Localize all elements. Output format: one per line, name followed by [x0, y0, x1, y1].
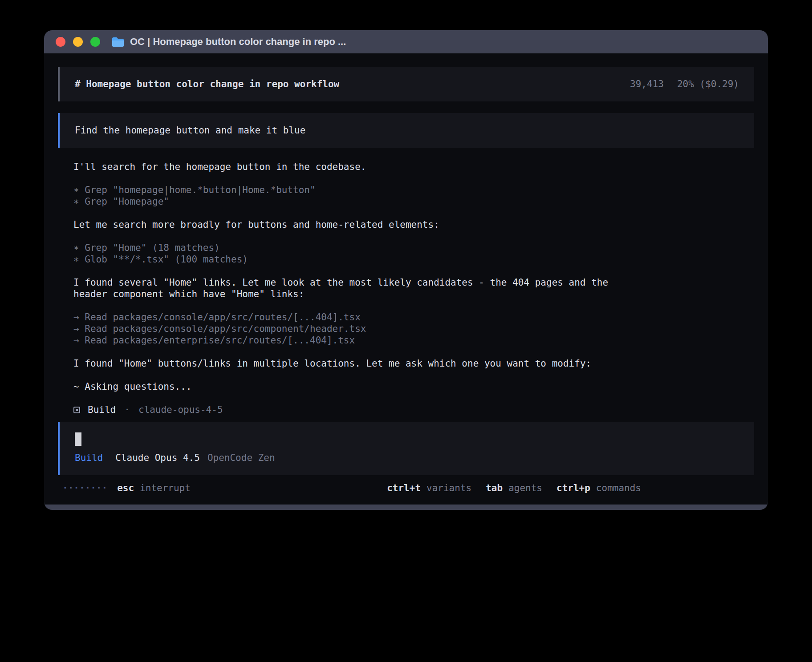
close-button[interactable]	[56, 37, 65, 47]
assistant-text: Let me search more broadly for buttons a…	[73, 219, 641, 230]
agent-build-icon	[73, 407, 80, 413]
shortcut-label: variants	[426, 482, 471, 494]
assistant-text: I found several "Home" links. Let me loo…	[73, 277, 641, 300]
agent-separator: ·	[124, 404, 130, 416]
model-name[interactable]: Claude Opus 4.5	[115, 452, 200, 464]
agent-mode-label[interactable]: Build	[75, 452, 103, 464]
session-stats: 39,413 20% ($0.29)	[630, 78, 739, 90]
session-header: # Homepage button color change in repo w…	[58, 67, 754, 101]
token-count: 39,413	[630, 78, 664, 90]
assistant-text: I'll search for the homepage button in t…	[73, 161, 641, 173]
user-message: Find the homepage button and make it blu…	[58, 113, 754, 148]
agent-attribution: Build · claude-opus-4-5	[73, 404, 754, 416]
tool-call-read: → Read packages/console/app/src/routes/[…	[73, 311, 641, 323]
minimize-button[interactable]	[73, 37, 83, 47]
tool-call-grep: ∗ Grep "homepage|home.*button|Home.*butt…	[73, 184, 641, 196]
session-title: # Homepage button color change in repo w…	[75, 78, 339, 90]
terminal-content: # Homepage button color change in repo w…	[44, 53, 768, 505]
agent-model: claude-opus-4-5	[138, 404, 223, 416]
zoom-button[interactable]	[90, 37, 100, 47]
context-cost: 20% ($0.29)	[677, 78, 739, 90]
tool-call-glob: ∗ Glob "**/*.tsx" (100 matches)	[73, 254, 641, 265]
user-message-text: Find the homepage button and make it blu…	[75, 125, 305, 136]
assistant-transcript[interactable]: I'll search for the homepage button in t…	[58, 161, 754, 416]
traffic-lights	[51, 37, 100, 47]
terminal-window: OC | Homepage button color change in rep…	[44, 30, 768, 510]
text-cursor	[75, 432, 81, 446]
assistant-status: ~ Asking questions...	[73, 381, 641, 392]
agent-name: Build	[88, 404, 116, 416]
status-bar-left: ········ esc interrupt	[62, 482, 191, 494]
window-titlebar[interactable]: OC | Homepage button color change in rep…	[44, 30, 768, 53]
status-bar: ········ esc interrupt ctrl+t variants t…	[58, 482, 754, 494]
tool-call-read: → Read packages/enterprise/src/routes/[.…	[73, 335, 641, 346]
shortcut-key: tab	[486, 482, 503, 494]
tool-call-grep: ∗ Grep "Homepage"	[73, 196, 641, 207]
shortcut-label: agents	[508, 482, 542, 494]
model-status-line: Build Claude Opus 4.5 OpenCode Zen	[75, 452, 739, 464]
shortcut-key: ctrl+t	[387, 482, 421, 494]
esc-label: interrupt	[140, 482, 191, 494]
prompt-input[interactable]: Build Claude Opus 4.5 OpenCode Zen	[58, 422, 754, 475]
status-bar-shortcuts: ctrl+t variants tab agents ctrl+p comman…	[387, 482, 641, 494]
tool-call-grep: ∗ Grep "Home" (18 matches)	[73, 242, 641, 254]
spinner-dots-icon: ········	[62, 482, 107, 494]
titlebar-title-group: OC | Homepage button color change in rep…	[112, 36, 346, 48]
tool-call-read: → Read packages/console/app/src/componen…	[73, 323, 641, 335]
interrupt-hint: esc interrupt	[117, 482, 191, 494]
provider-name: OpenCode Zen	[207, 452, 275, 464]
shortcut-commands: ctrl+p commands	[556, 482, 641, 494]
esc-key: esc	[117, 482, 134, 494]
shortcut-variants: ctrl+t variants	[387, 482, 471, 494]
shortcut-agents: tab agents	[486, 482, 542, 494]
shortcut-key: ctrl+p	[556, 482, 590, 494]
window-title: OC | Homepage button color change in rep…	[130, 36, 346, 48]
folder-icon	[112, 37, 124, 47]
shortcut-label: commands	[596, 482, 641, 494]
assistant-text: I found "Home" buttons/links in multiple…	[73, 358, 641, 369]
